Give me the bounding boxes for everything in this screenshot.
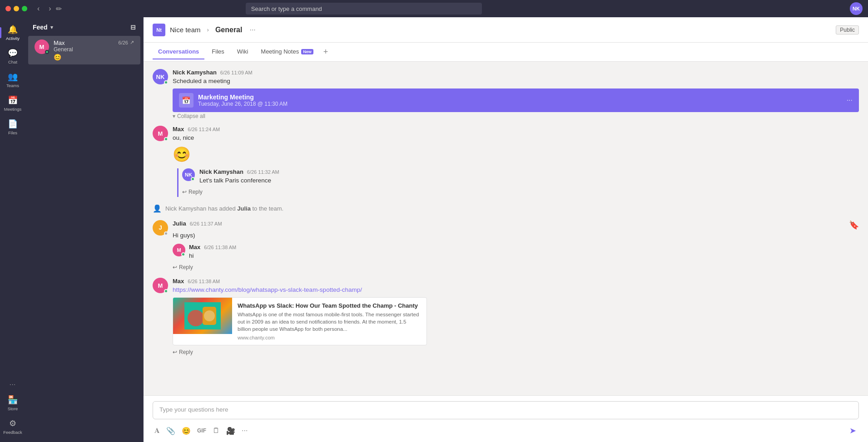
message-group: NK Nick Kamyshan 6/26 11:32 AM Let's tal…: [153, 168, 859, 197]
meeting-card[interactable]: 📅 Marketing Meeting Tuesday, June 26, 20…: [173, 88, 859, 112]
msg-text: hi: [189, 251, 236, 260]
channel-more-icon[interactable]: ···: [249, 26, 255, 34]
chevron-down-icon: ▾: [50, 25, 53, 30]
expand-icon: ↗: [130, 39, 134, 45]
channel-info: Max General 😊: [54, 39, 114, 61]
channel-breadcrumb: Nt Nice team › General ···: [153, 24, 256, 36]
emoji-icon[interactable]: 😊: [180, 425, 193, 437]
channel-tabs: Conversations Files Wiki Meeting Notes N…: [144, 43, 868, 62]
channel-top-bar: Nt Nice team › General ··· Public: [144, 17, 868, 43]
sidebar-item-files[interactable]: 📄 Files: [0, 115, 25, 139]
msg-header: Max 6/26 11:38 AM: [189, 244, 236, 250]
message-input[interactable]: Type your questions here: [153, 401, 859, 419]
msg-inner: Nick Kamyshan 6/26 11:32 AM Let's talk P…: [199, 168, 279, 185]
sidebar-item-activity[interactable]: 🔔 Activity: [0, 21, 25, 44]
sticker-icon[interactable]: 🗒: [211, 425, 222, 437]
search-bar[interactable]: Search or type a command: [246, 3, 482, 15]
tab-conversations-label: Conversations: [158, 48, 199, 55]
avatar-status: [164, 137, 168, 141]
tab-conversations[interactable]: Conversations: [153, 44, 204, 59]
user-avatar[interactable]: NK: [850, 2, 863, 15]
add-person-icon: 👤: [153, 204, 162, 213]
msg-link[interactable]: https://www.chanty.com/blog/whatsapp-vs-…: [173, 286, 362, 293]
reply-button[interactable]: ↩ Reply: [182, 187, 859, 197]
gif-icon[interactable]: GIF: [195, 426, 208, 436]
sidebar-item-feedback[interactable]: ⚙ Feedback: [0, 415, 25, 438]
bookmark-icon[interactable]: 🔖: [849, 220, 859, 230]
messages-area: NK Nick Kamyshan 6/26 11:09 AM Scheduled…: [144, 62, 868, 395]
reply-label: Reply: [179, 349, 193, 355]
emoji-reaction: 😊: [173, 146, 859, 163]
tab-meeting-notes[interactable]: Meeting Notes New: [255, 44, 318, 59]
teams-icon: 👥: [8, 72, 18, 82]
link-preview-body: WhatsApp vs Slack: How Our Team Spotted …: [232, 298, 427, 344]
msg-text: ou, nice: [173, 133, 859, 142]
meeting-info: Marketing Meeting Tuesday, June 26, 2018…: [198, 93, 842, 107]
msg-text: Hi guys): [173, 231, 859, 240]
channel-name-header: General: [215, 26, 243, 34]
reply-button[interactable]: ↩ Reply: [173, 347, 859, 357]
link-preview[interactable]: WhatsApp vs Slack: How Our Team Spotted …: [173, 297, 427, 345]
maximize-button[interactable]: [22, 6, 27, 11]
msg-text: Let's talk Paris conference: [199, 176, 279, 185]
breadcrumb-arrow: ›: [207, 26, 209, 33]
link-preview-image: [173, 298, 232, 334]
sidebar-item-more[interactable]: ···: [0, 377, 25, 391]
public-badge: Public: [836, 25, 859, 34]
feed-dropdown[interactable]: Feed ▾: [33, 24, 53, 31]
meeting-more-icon[interactable]: ···: [847, 96, 853, 104]
channel-avatar: M: [35, 39, 49, 54]
channel-name: Max: [54, 39, 114, 46]
avatar-status: [164, 80, 168, 84]
sidebar-item-chat[interactable]: 💬 Chat: [0, 44, 25, 68]
forward-button[interactable]: ›: [46, 4, 54, 14]
msg-body: NK Nick Kamyshan 6/26 11:32 AM Let's tal…: [177, 168, 859, 197]
sidebar-item-store[interactable]: 🏪 Store: [0, 391, 25, 415]
sidebar-item-meetings[interactable]: 📅 Meetings: [0, 92, 25, 115]
nav-arrows: ‹ ›: [35, 4, 54, 14]
back-button[interactable]: ‹: [35, 4, 42, 14]
add-tab-button[interactable]: +: [321, 47, 331, 57]
filter-icon[interactable]: ⊟: [130, 24, 136, 31]
tab-wiki[interactable]: Wiki: [232, 44, 254, 59]
link-preview-desc: WhatsApp is one of the most famous mobil…: [238, 311, 421, 333]
team-name[interactable]: Nice team: [170, 26, 201, 34]
msg-header: Nick Kamyshan 6/26 11:09 AM: [173, 69, 859, 76]
format-icon[interactable]: 𝐀: [153, 425, 162, 437]
main-content: Nt Nice team › General ··· Public Conver…: [144, 17, 868, 442]
avatar: M: [153, 278, 168, 293]
avatar-status: [191, 177, 195, 181]
input-toolbar: 𝐀 📎 😊 GIF 🗒 🎥 ··· ➤: [153, 423, 859, 438]
channel-meta: 6/26 ↗: [119, 39, 134, 45]
channel-date: 6/26: [119, 40, 128, 45]
title-bar: ‹ › ✏ Search or type a command NK: [0, 0, 868, 17]
channel-item[interactable]: M Max General 😊 6/26 ↗: [28, 36, 140, 64]
msg-header: Max 6/26 11:38 AM: [173, 278, 859, 285]
minimize-button[interactable]: [14, 6, 19, 11]
traffic-lights: [5, 6, 27, 11]
teams-label: Teams: [6, 83, 19, 88]
toolbar-more-icon[interactable]: ···: [240, 425, 249, 437]
msg-header: Julia 6/26 11:37 AM 🔖: [173, 220, 859, 230]
app-body: 🔔 Activity 💬 Chat 👥 Teams 📅 Meetings 📄 F…: [0, 17, 868, 442]
search-placeholder: Search or type a command: [251, 5, 322, 12]
feedback-label: Feedback: [3, 430, 22, 435]
tab-files[interactable]: Files: [206, 44, 229, 59]
send-button[interactable]: ➤: [847, 424, 859, 437]
message-group: M Max 6/26 11:38 AM https://www.chanty.c…: [153, 278, 859, 357]
link-preview-url: www.chanty.com: [238, 335, 421, 340]
close-button[interactable]: [5, 6, 11, 11]
msg-sender: Nick Kamyshan: [173, 69, 217, 76]
avatar-status: [45, 50, 49, 54]
meetings-label: Meetings: [4, 107, 22, 112]
thread-reply: M Max 6/26 11:38 AM hi: [173, 244, 859, 260]
meet-icon[interactable]: 🎥: [224, 425, 237, 437]
collapse-all-button[interactable]: ▾ Collapse all: [173, 112, 859, 120]
compose-button[interactable]: ✏: [56, 5, 62, 13]
msg-time: 6/26 11:38 AM: [188, 279, 220, 284]
sidebar-item-teams[interactable]: 👥 Teams: [0, 68, 25, 92]
reply-button[interactable]: ↩ Reply: [173, 262, 859, 272]
msg-sender: Nick Kamyshan: [199, 168, 243, 175]
files-icon: 📄: [8, 119, 18, 129]
attach-icon[interactable]: 📎: [164, 425, 177, 437]
